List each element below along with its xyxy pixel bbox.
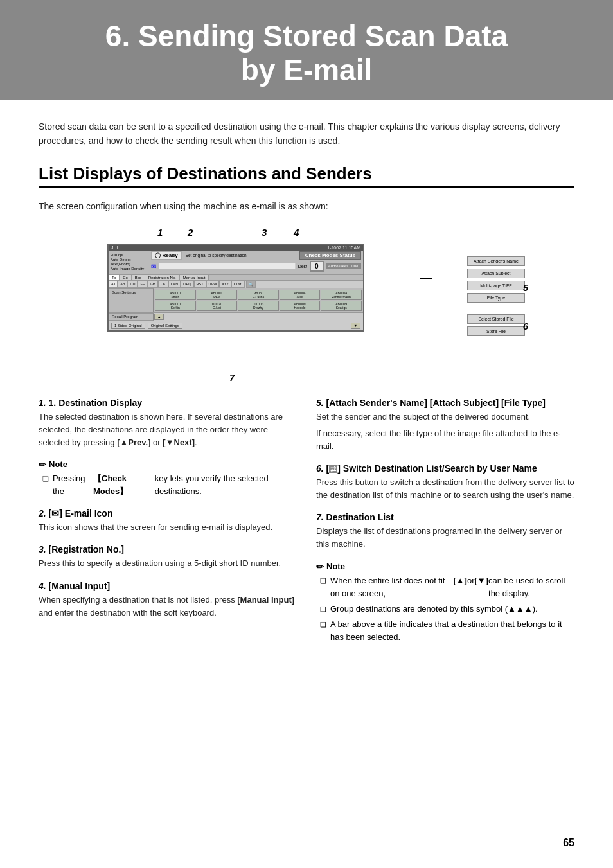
attach-sender-btn[interactable]: Attach Sender's Name	[467, 256, 525, 266]
attach-subject-btn[interactable]: Attach Subject	[467, 269, 525, 278]
list-cell-9[interactable]: AB0009Haessle	[280, 301, 321, 311]
item-1-title: 1. 1. Destination Display	[39, 398, 297, 408]
item-6-title: 6. [⇄] Switch Destination List/Search by…	[316, 463, 574, 474]
list-cell-4[interactable]: AB0004Alex	[280, 290, 321, 300]
chapter-title: 6. Sending Stored Scan Data by E-mail	[39, 19, 574, 87]
list-cell-6[interactable]: AB0001Sorkin	[155, 301, 196, 311]
tab-cc[interactable]: Cc	[120, 275, 131, 280]
set-original-label: Set original to specify destination	[186, 253, 247, 258]
item-5-block: 5. [Attach Sender's Name] [Attach Subjec…	[316, 398, 574, 453]
bottom-row: 1 Sided Original Original Settings ▼	[109, 321, 363, 330]
status-row: 200 dpi Auto Detect Text(Photo) Auto Ima…	[109, 251, 363, 274]
list-cell-8[interactable]: 100113Drozhy	[238, 301, 279, 311]
check-modes-btn[interactable]: Check Modes Status	[299, 251, 361, 260]
filter-opq[interactable]: OPQ	[181, 281, 193, 288]
item-7-title: 7. Destination List	[316, 512, 574, 522]
list-cell-2[interactable]: AB0001DEV	[197, 290, 238, 300]
machine-screen: JUL 1-2002 11:15AM 200 dpi Auto Detect T…	[107, 244, 364, 332]
item-3-title: 3. [Registration No.]	[39, 544, 297, 554]
addressees-label: Addressees 000/0	[326, 263, 361, 269]
header-banner: 6. Sending Stored Scan Data by E-mail	[0, 0, 613, 100]
item-5-title: 5. [Attach Sender's Name] [Attach Subjec…	[316, 398, 574, 408]
filter-rst[interactable]: RST	[194, 281, 206, 288]
status-label-1: 200 dpi	[111, 253, 144, 257]
ready-indicator: ◯ Ready	[151, 251, 181, 260]
left-column: 1. 1. Destination Display The selected d…	[39, 398, 297, 655]
item-5-body-2: If necessary, select the file type of th…	[316, 427, 574, 453]
note-pencil-icon-2: ✏	[316, 562, 324, 572]
list-cell-1[interactable]: AB0001Smith	[155, 290, 196, 300]
note-1-block: ✏ Note Pressing the 【Check Modes】 key le…	[39, 459, 297, 498]
filter-all[interactable]: All	[109, 281, 118, 288]
note-pencil-icon: ✏	[39, 459, 46, 470]
item-3-body: Press this to specify a destination usin…	[39, 557, 297, 570]
list-grid: AB0001Smith AB0001DEV Group 1E.Fuchs AB0…	[154, 288, 363, 312]
callout-5: 5	[523, 282, 528, 293]
note-2-block: ✏ Note When the entire list does not fit…	[316, 562, 574, 644]
scroll-down-btn[interactable]: ▼	[351, 323, 360, 329]
search-icon-btn[interactable]: 🔍	[246, 281, 256, 288]
tab-reg-no[interactable]: Registration No.	[145, 275, 180, 280]
filter-lmn[interactable]: LMN	[168, 281, 181, 288]
file-type-btn[interactable]: File Type	[467, 293, 525, 303]
original-settings-btn[interactable]: Original Settings	[148, 323, 182, 329]
note-1-item-1: Pressing the 【Check Modes】 key lets you …	[39, 472, 297, 498]
multi-page-btn[interactable]: Multi-page TIFF	[467, 281, 525, 290]
destination-display	[159, 263, 295, 269]
note-2-item-2: Group destinations are denoted by this s…	[316, 603, 574, 616]
scroll-up-btn[interactable]: ▲	[154, 314, 164, 320]
main-status-area: ◯ Ready Set original to specify destinat…	[151, 251, 361, 273]
ready-row: ◯ Ready Set original to specify destinat…	[151, 251, 361, 260]
filter-uvw[interactable]: UVW	[206, 281, 220, 288]
list-cell-10[interactable]: AB0009Searigs	[321, 301, 362, 311]
callout-1: 1	[157, 227, 163, 238]
tab-manual-input[interactable]: Manual Input	[180, 275, 209, 280]
dest-row: ✉ Dest 0 Addressees 000/0	[151, 261, 361, 272]
recall-program-label: Recall Program	[109, 313, 154, 321]
group-symbol: ▲▲▲	[508, 603, 533, 616]
status-label-4: Auto Image Density	[111, 267, 144, 270]
status-label-3: Text(Photo)	[111, 262, 144, 266]
filter-ijk[interactable]: IJK	[158, 281, 168, 288]
store-file-btn[interactable]: Store File	[467, 326, 525, 336]
right-column: 5. [Attach Sender's Name] [Attach Subjec…	[316, 398, 574, 655]
screen-top-bar: JUL 1-2002 11:15AM	[109, 245, 363, 251]
spacer	[467, 305, 525, 312]
1-sided-original-btn[interactable]: 1 Sided Original	[111, 323, 145, 329]
tab-to[interactable]: To	[109, 275, 120, 280]
callout-line-5	[420, 278, 432, 279]
item-2-block: 2. [✉] E-mail Icon This icon shows that …	[39, 508, 297, 534]
filter-ab[interactable]: AB	[118, 281, 127, 288]
screen-status: JUL	[111, 245, 119, 250]
list-cell-5[interactable]: AB0004Zimmermann	[321, 290, 362, 300]
item-7-block: 7. Destination List Displays the list of…	[316, 512, 574, 551]
note-1-title: ✏ Note	[39, 459, 297, 470]
filter-cd[interactable]: CD	[127, 281, 138, 288]
filter-gh[interactable]: GH	[147, 281, 157, 288]
callout-4: 4	[294, 227, 299, 238]
filter-ef[interactable]: EF	[138, 281, 147, 288]
item-3-block: 3. [Registration No.] Press this to spec…	[39, 544, 297, 570]
right-side-buttons: Attach Sender's Name Attach Subject Mult…	[467, 256, 525, 336]
screen-config-text: The screen configuration when using the …	[39, 201, 574, 211]
dest-number: 0	[310, 261, 324, 272]
recall-program-row: Recall Program ▲	[109, 312, 363, 321]
list-area: AB0001Smith AB0001DEV Group 1E.Fuchs AB0…	[154, 288, 363, 312]
item-2-title: 2. [✉] E-mail Icon	[39, 508, 297, 518]
note-2-item-1: When the entire list does not fit on one…	[316, 574, 574, 600]
list-cell-3[interactable]: Group 1E.Fuchs	[238, 290, 279, 300]
tab-bcc[interactable]: Bcc	[132, 275, 145, 280]
callout-7: 7	[229, 372, 235, 383]
select-stored-btn[interactable]: Select Stored File	[467, 314, 525, 324]
intro-text: Stored scan data can be sent to a specif…	[39, 120, 574, 148]
tabs-row: To Cc Bcc Registration No. Manual Input	[109, 274, 363, 281]
title-line1: Sending Stored Scan Data	[138, 19, 508, 53]
switch-icon: ⇄	[329, 465, 337, 473]
list-cell-7[interactable]: 100070O.Nei	[197, 301, 238, 311]
title-line2: by E-mail	[241, 53, 373, 87]
filter-xyz[interactable]: XYZ	[219, 281, 231, 288]
filter-cust[interactable]: Cust.	[231, 281, 245, 288]
item-7-body: Displays the list of destinations progra…	[316, 525, 574, 551]
item-6-body: Press this button to switch a destinatio…	[316, 476, 574, 502]
note-2-title: ✏ Note	[316, 562, 574, 572]
